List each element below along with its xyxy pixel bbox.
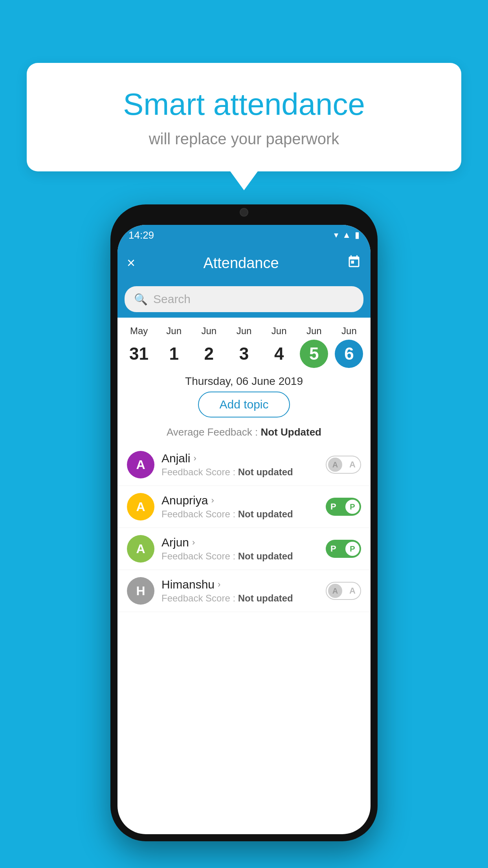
chevron-icon: ›	[218, 579, 220, 590]
feedback-score: Feedback Score : Not updated	[161, 551, 319, 562]
date-month: May	[130, 326, 148, 337]
avatar: H	[127, 577, 154, 605]
toggle-off[interactable]: A A	[326, 456, 361, 474]
date-cell[interactable]: Jun1	[156, 326, 191, 368]
bubble-title: Smart attendance	[50, 86, 438, 122]
date-number[interactable]: 6	[335, 340, 363, 368]
date-cell[interactable]: Jun5	[297, 326, 332, 368]
date-month: Jun	[306, 326, 322, 337]
student-info: Anupriya ›Feedback Score : Not updated	[161, 494, 319, 520]
date-month: Jun	[202, 326, 217, 337]
feedback-value: Not updated	[238, 551, 293, 561]
header-title: Attendance	[203, 255, 279, 272]
date-cell[interactable]: Jun6	[332, 326, 367, 368]
date-row: May31Jun1Jun2Jun3Jun4Jun5Jun6	[117, 318, 371, 368]
bubble-subtitle: will replace your paperwork	[50, 130, 438, 148]
status-icons: ▾ ▲ ▮	[334, 230, 360, 240]
date-cell[interactable]: Jun3	[226, 326, 261, 368]
toggle-on[interactable]: P P	[326, 540, 361, 558]
attendance-toggle[interactable]: P P	[326, 540, 361, 558]
student-info: Arjun ›Feedback Score : Not updated	[161, 536, 319, 562]
average-feedback: Average Feedback : Not Updated	[117, 424, 371, 444]
student-info: Anjali ›Feedback Score : Not updated	[161, 452, 319, 478]
status-bar: 14:29 ▾ ▲ ▮	[117, 225, 371, 245]
front-camera	[240, 208, 248, 217]
attendance-toggle[interactable]: P P	[326, 498, 361, 516]
student-name: Anjali ›	[161, 452, 319, 465]
toggle-label: A	[349, 460, 356, 470]
toggle-knob-letter: A	[332, 587, 338, 596]
date-number[interactable]: 4	[265, 340, 293, 368]
date-cell[interactable]: Jun2	[191, 326, 226, 368]
feedback-value: Not updated	[238, 509, 293, 519]
student-name: Himanshu ›	[161, 578, 319, 591]
date-cell[interactable]: Jun4	[262, 326, 297, 368]
student-item[interactable]: AAnjali ›Feedback Score : Not updated A …	[117, 444, 371, 486]
date-cell[interactable]: May31	[121, 326, 156, 368]
student-name: Anupriya ›	[161, 494, 319, 507]
date-number[interactable]: 3	[230, 340, 258, 368]
feedback-value: Not updated	[238, 593, 293, 603]
signal-icon: ▲	[342, 230, 351, 240]
feedback-score: Feedback Score : Not updated	[161, 467, 319, 478]
search-icon: 🔍	[134, 293, 148, 306]
app-header: × Attendance	[117, 245, 371, 281]
selected-date-label: Thursday, 06 June 2019	[117, 368, 371, 392]
search-input[interactable]: Search	[153, 292, 191, 306]
chevron-icon: ›	[193, 453, 196, 463]
phone-screen: 14:29 ▾ ▲ ▮ × Attendance 🔍 Search	[117, 225, 371, 834]
toggle-knob: P	[345, 500, 360, 514]
avatar: A	[127, 493, 154, 520]
date-number[interactable]: 1	[160, 340, 188, 368]
phone-notch	[220, 204, 268, 220]
avg-feedback-label: Average Feedback :	[167, 426, 258, 438]
toggle-knob: P	[345, 542, 360, 556]
toggle-knob-letter: P	[350, 502, 355, 511]
search-bar[interactable]: 🔍 Search	[125, 286, 363, 312]
student-item[interactable]: AArjun ›Feedback Score : Not updated P P	[117, 528, 371, 570]
toggle-knob-letter: P	[350, 544, 355, 554]
toggle-on[interactable]: P P	[326, 498, 361, 516]
toggle-label: P	[330, 544, 336, 554]
speech-bubble-container: Smart attendance will replace your paper…	[27, 63, 461, 171]
chevron-icon: ›	[211, 495, 214, 506]
avg-feedback-value: Not Updated	[261, 426, 321, 438]
toggle-label: P	[330, 502, 336, 512]
date-number[interactable]: 2	[195, 340, 223, 368]
student-item[interactable]: HHimanshu ›Feedback Score : Not updated …	[117, 570, 371, 612]
feedback-score: Feedback Score : Not updated	[161, 509, 319, 520]
status-time: 14:29	[128, 229, 154, 241]
feedback-score: Feedback Score : Not updated	[161, 593, 319, 604]
feedback-value: Not updated	[238, 467, 293, 477]
student-info: Himanshu ›Feedback Score : Not updated	[161, 578, 319, 604]
toggle-label: A	[349, 586, 356, 596]
date-month: Jun	[166, 326, 182, 337]
battery-icon: ▮	[355, 230, 360, 240]
student-name: Arjun ›	[161, 536, 319, 549]
student-list: AAnjali ›Feedback Score : Not updated A …	[117, 444, 371, 612]
attendance-toggle[interactable]: A A	[326, 456, 361, 474]
date-month: Jun	[237, 326, 252, 337]
avatar: A	[127, 451, 154, 478]
chevron-icon: ›	[192, 537, 195, 548]
student-item[interactable]: AAnupriya ›Feedback Score : Not updated …	[117, 486, 371, 528]
calendar-icon[interactable]	[347, 255, 361, 272]
date-month: Jun	[272, 326, 287, 337]
toggle-knob-letter: A	[332, 460, 338, 469]
date-number[interactable]: 31	[125, 340, 153, 368]
toggle-knob: A	[328, 458, 342, 472]
content-area: May31Jun1Jun2Jun3Jun4Jun5Jun6 Thursday, …	[117, 318, 371, 612]
toggle-knob: A	[328, 584, 342, 598]
search-container: 🔍 Search	[117, 281, 371, 318]
close-button[interactable]: ×	[127, 255, 135, 271]
phone-frame: 14:29 ▾ ▲ ▮ × Attendance 🔍 Search	[110, 204, 378, 841]
speech-bubble: Smart attendance will replace your paper…	[27, 63, 461, 171]
toggle-off[interactable]: A A	[326, 582, 361, 600]
date-month: Jun	[341, 326, 357, 337]
add-topic-button[interactable]: Add topic	[198, 392, 290, 417]
wifi-icon: ▾	[334, 230, 338, 240]
avatar: A	[127, 535, 154, 563]
attendance-toggle[interactable]: A A	[326, 582, 361, 600]
date-number[interactable]: 5	[300, 340, 328, 368]
